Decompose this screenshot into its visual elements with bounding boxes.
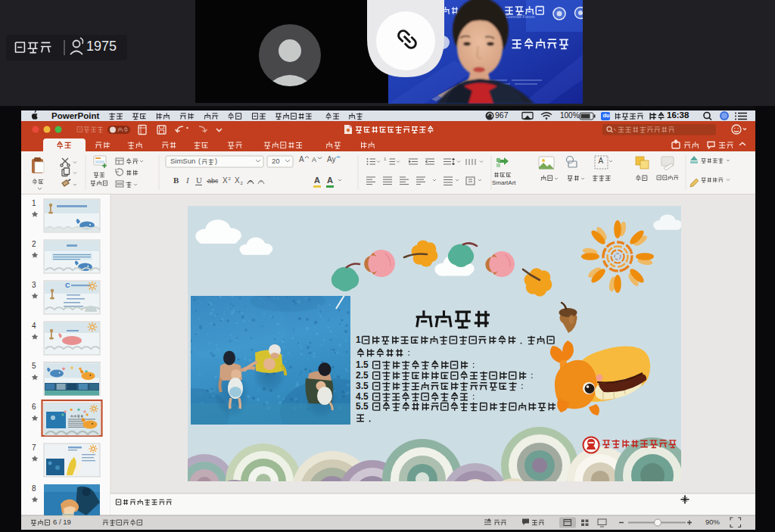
svg-text:PowerPoint: PowerPoint [51,111,99,120]
svg-text:5.5: 5.5 [356,401,369,412]
svg-text:20: 20 [272,157,280,165]
svg-text:1: 1 [32,199,36,207]
svg-text:C: C [65,282,70,289]
svg-text:4.5: 4.5 [356,391,369,402]
svg-text:100%: 100% [560,111,580,120]
svg-text:): ) [215,157,217,165]
svg-text:U: U [196,176,202,185]
svg-text:SimSun: SimSun [170,157,195,165]
svg-text:(: ( [198,157,201,165]
svg-text:16:38: 16:38 [667,110,689,120]
svg-text:1: 1 [356,334,361,345]
svg-text:X: X [235,176,240,185]
svg-text:A: A [299,155,304,163]
svg-text:6: 6 [32,403,36,411]
svg-text:1.5: 1.5 [356,359,369,370]
svg-text:Exercise Forum: Exercise Forum [506,14,535,19]
svg-text:2: 2 [32,240,36,248]
svg-text:A: A [327,176,333,185]
svg-text:967: 967 [495,110,509,120]
svg-text:2.5: 2.5 [356,370,369,381]
svg-text:6 / 19: 6 / 19 [53,518,71,526]
svg-text:8: 8 [32,484,36,493]
svg-text:du: du [603,112,611,119]
svg-text:A: A [312,156,316,163]
svg-text:1975: 1975 [86,39,117,54]
svg-text:A: A [599,157,604,165]
svg-text:Ay: Ay [327,155,336,163]
svg-text:X: X [223,176,228,185]
svg-text:5: 5 [32,362,36,370]
svg-text:7: 7 [32,443,36,452]
svg-text:3: 3 [32,281,36,289]
svg-text:SmartArt: SmartArt [492,179,516,186]
svg-text:4: 4 [32,322,36,330]
svg-text:3.5: 3.5 [356,381,369,391]
svg-text:B: B [173,176,179,185]
svg-text:abc: abc [207,177,219,185]
svg-text:A: A [314,176,320,185]
svg-text:90%: 90% [705,518,721,526]
